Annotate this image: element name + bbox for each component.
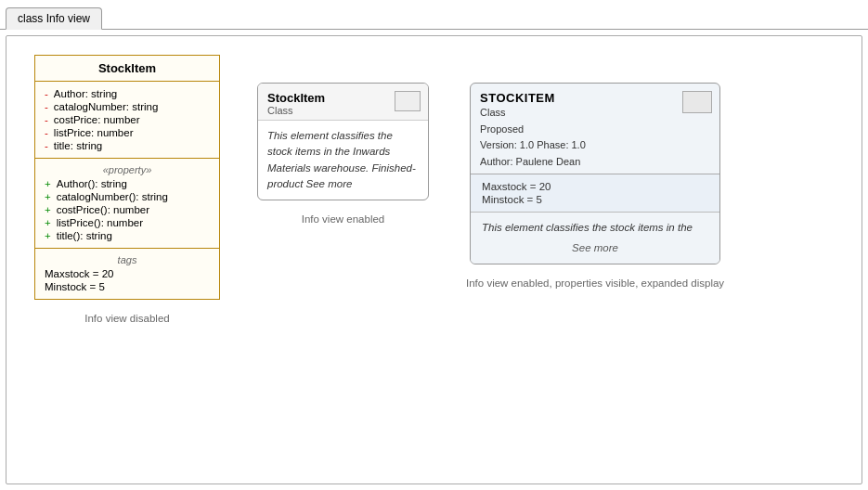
method-text-1: Author(): string (57, 178, 127, 189)
right-info-card: STOCKITEM Class Proposed Version: 1.0 Ph… (470, 83, 720, 264)
right-card-title: STOCKITEM (480, 91, 586, 105)
uml-method-3: + costPrice(): number (45, 203, 210, 216)
uml-class-name: StockItem (35, 56, 219, 82)
uml-tags-section: tags Maxstock = 20 Minstock = 5 (35, 249, 219, 299)
method-symbol-4: + (45, 217, 51, 228)
attr-symbol-2: - (45, 101, 48, 112)
middle-card-subtitle: Class (267, 105, 325, 116)
uml-tag-2: Minstock = 5 (45, 280, 210, 293)
right-card-body: This element classifies the stock items … (471, 213, 719, 264)
uml-method-4: + listPrice(): number (45, 216, 210, 229)
main-container: StockItem - Author: string - catalogNumb… (6, 35, 862, 484)
attr-symbol-4: - (45, 127, 48, 138)
attr-text-3: costPrice: number (54, 114, 140, 125)
uml-tag-1: Maxstock = 20 (45, 267, 210, 280)
right-panel-label: Info view enabled, properties visible, e… (466, 277, 724, 289)
uml-attr-3: - costPrice: number (45, 113, 210, 126)
uml-methods-section: «property» + Author(): string + catalogN… (35, 159, 219, 249)
tab-bar: class Info view (0, 0, 868, 30)
attr-symbol-3: - (45, 114, 48, 125)
right-card-body-text: This element classifies the stock items … (482, 220, 708, 236)
attr-symbol-1: - (45, 88, 48, 99)
method-text-5: title(): string (57, 230, 112, 241)
method-symbol-3: + (45, 204, 51, 215)
uml-attr-2: - catalogNumber: string (45, 100, 210, 113)
panel-middle: StockItem Class This element classifies … (257, 83, 429, 225)
middle-card-icon (395, 91, 421, 111)
right-card-see-more[interactable]: See more (482, 240, 708, 256)
right-card-meta-1: Class (480, 105, 586, 122)
middle-info-card: StockItem Class This element classifies … (257, 83, 429, 200)
uml-attr-4: - listPrice: number (45, 126, 210, 139)
panel-left: StockItem - Author: string - catalogNumb… (34, 55, 220, 324)
right-card-meta-2: Proposed (480, 122, 586, 138)
attr-symbol-5: - (45, 140, 48, 151)
middle-card-title: StockItem (267, 91, 325, 105)
right-card-header-text: STOCKITEM Class Proposed Version: 1.0 Ph… (480, 91, 586, 170)
uml-method-1: + Author(): string (45, 177, 210, 190)
tags-label: tags (45, 254, 210, 265)
right-prop-2: Minstock = 5 (482, 193, 708, 206)
attr-text-2: catalogNumber: string (54, 101, 159, 112)
property-label: «property» (45, 164, 210, 175)
tag-text-2: Minstock = 5 (45, 281, 105, 292)
uml-method-2: + catalogNumber(): string (45, 190, 210, 203)
tag-text-1: Maxstock = 20 (45, 268, 113, 279)
right-card-meta-4: Author: Paulene Dean (480, 154, 586, 171)
right-prop-1: Maxstock = 20 (482, 180, 708, 193)
method-text-4: listPrice(): number (57, 217, 143, 228)
method-text-3: costPrice(): number (57, 204, 149, 215)
panel-right: STOCKITEM Class Proposed Version: 1.0 Ph… (466, 83, 724, 289)
middle-card-header: StockItem Class (258, 84, 428, 121)
uml-attr-1: - Author: string (45, 87, 210, 100)
attr-text-5: title: string (54, 140, 102, 151)
method-symbol-2: + (45, 191, 51, 202)
middle-panel-label: Info view enabled (302, 213, 385, 225)
uml-box: StockItem - Author: string - catalogNumb… (34, 55, 220, 300)
uml-method-5: + title(): string (45, 229, 210, 242)
attr-text-1: Author: string (54, 88, 117, 99)
attr-text-4: listPrice: number (54, 127, 134, 138)
method-symbol-1: + (45, 178, 51, 189)
left-panel-label: Info view disabled (84, 313, 169, 324)
right-card-meta: Class Proposed Version: 1.0 Phase: 1.0 A… (480, 105, 586, 170)
method-text-2: catalogNumber(): string (57, 191, 168, 202)
class-info-view-tab[interactable]: class Info view (6, 7, 102, 30)
uml-attr-5: - title: string (45, 139, 210, 152)
uml-attributes-section: - Author: string - catalogNumber: string… (35, 82, 219, 159)
right-card-meta-3: Version: 1.0 Phase: 1.0 (480, 137, 586, 154)
middle-card-body: This element classifies the stock items … (258, 121, 428, 200)
middle-card-header-text: StockItem Class (267, 91, 325, 116)
method-symbol-5: + (45, 230, 51, 241)
right-card-header: STOCKITEM Class Proposed Version: 1.0 Ph… (471, 84, 719, 174)
right-card-props: Maxstock = 20 Minstock = 5 (471, 174, 719, 213)
right-card-icon (682, 91, 712, 113)
